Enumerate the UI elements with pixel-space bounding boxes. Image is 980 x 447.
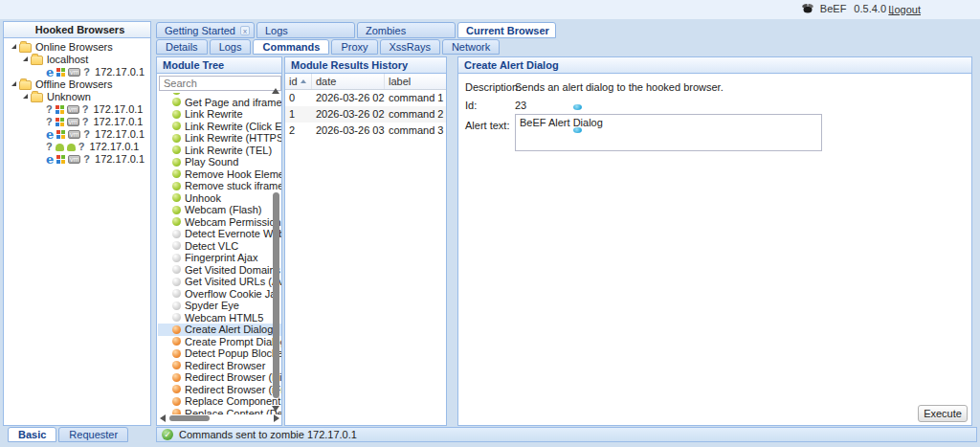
horizontal-scrollbar[interactable] [169,415,210,421]
vm-icon: vm [68,130,80,139]
module-item[interactable]: Webcam (Flash) [158,204,281,216]
scroll-up-icon[interactable] [272,88,279,94]
beef-logo-icon [801,3,814,14]
module-item[interactable]: Get Visited Domains [158,264,281,277]
hooked-browsers-panel: Hooked Browsers Online Browserslocalhost… [3,21,151,426]
windows-icon [56,118,64,126]
subtab-xssrays[interactable]: XssRays [380,39,440,55]
module-item[interactable]: Redirect Browser (iFrame [158,384,281,396]
tree-folder-row[interactable]: localhost [4,54,150,66]
table-row[interactable]: 22026-03-26 03:24command 3 [285,123,446,139]
browser-ip: 172.17.0.1 [89,141,139,153]
module-item[interactable]: Webcam HTML5 [158,312,281,324]
tab-getting-started[interactable]: Getting Started x [156,22,255,38]
module-item[interactable]: Webcam Permission Che [158,216,281,229]
column-header-label[interactable]: label [385,74,446,89]
tab-logs[interactable]: Logs [256,22,355,38]
tab-requester[interactable]: Requester [58,427,128,442]
module-item-label: Get Page and iframe HTM [185,97,281,109]
tree-folder-row[interactable]: Offline Browsers [4,78,150,91]
tab-zombies[interactable]: Zombies [357,22,456,38]
module-status-gray-icon [172,254,181,262]
expander-icon[interactable] [11,44,16,49]
module-item[interactable]: Link Rewrite (HTTPS) [158,132,281,145]
column-label: date [316,74,336,89]
tree-browser-row[interactable]: evm?172.17.0.1 [4,153,150,166]
module-item[interactable]: Fingerprint Ajax [158,252,281,264]
column-label: label [389,74,411,89]
module-item[interactable]: Detect Evernote Web Clip [158,228,281,240]
module-item[interactable]: Detect Popup Blocker [158,347,281,360]
table-row[interactable]: 12026-03-26 02:54command 2 [285,106,446,123]
table-cell: 2026-03-26 02:51 [312,90,385,106]
table-row[interactable]: 02026-03-26 02:51command 1 [285,90,446,106]
module-item[interactable]: Unhook [158,192,281,205]
expander-icon[interactable] [11,81,16,86]
module-item[interactable]: Link Rewrite (TEL) [158,145,281,157]
subtab-commands[interactable]: Commands [253,39,329,55]
module-item[interactable]: Create Alert Dialog [158,324,281,336]
tree-browser-row[interactable]: evm?172.17.0.1 [4,66,150,78]
scroll-down-icon[interactable] [272,406,279,412]
tab-label: Logs [265,25,288,36]
logout-link[interactable]: Logout [888,4,921,15]
subtab-details[interactable]: Details [156,39,208,55]
module-item[interactable]: Link Rewrite [158,108,281,121]
subtab-proxy[interactable]: Proxy [331,39,377,55]
tree-browser-row[interactable]: ??172.17.0.1 [4,141,150,153]
scroll-left-icon[interactable] [160,414,166,422]
module-item[interactable]: Redirect Browser (Rickrol [158,371,281,384]
module-item[interactable]: Remove stuck iframe [158,180,281,192]
module-item-label: Create Prompt Dialog [185,336,281,348]
module-item[interactable]: Spyder Eye [158,300,281,312]
tab-label: Current Browser [466,25,549,36]
module-status-gray-icon [172,241,181,250]
module-item[interactable]: Create Prompt Dialog [158,336,281,348]
selection-handle-bottom-icon[interactable] [573,127,582,133]
subtab-logs[interactable]: Logs [210,39,252,55]
module-status-orange-icon [172,337,181,346]
module-status-orange-icon [172,349,181,358]
subtab-network[interactable]: Network [442,39,500,55]
module-item[interactable]: Overflow Cookie Jar [158,288,281,301]
tab-label: Zombies [366,25,406,36]
tree-browser-row[interactable]: ?vm?172.17.0.1 [4,116,150,128]
selection-handle-top-icon[interactable] [573,104,582,110]
alert-text-input[interactable] [515,114,822,151]
expander-icon[interactable] [23,94,28,99]
vertical-scrollbar[interactable] [273,192,279,398]
table-cell: command 1 [385,90,446,106]
module-item[interactable]: Get Page and iframe HTM [158,97,281,109]
module-item[interactable]: Redirect Browser [158,360,281,372]
question-icon: ? [83,128,90,141]
module-item[interactable]: Detect VLC [158,240,281,253]
module-item[interactable]: Link Rewrite (Click Events [158,121,281,133]
tab-current-browser[interactable]: Current Browser [457,22,556,38]
tree-folder-row[interactable]: Online Browsers [4,41,150,54]
tab-basic[interactable]: Basic [8,427,56,442]
status-bar: ✓ Commands sent to zombie 172.17.0.1 [156,427,977,442]
column-header-date[interactable]: date [312,74,385,89]
tree-folder-row[interactable]: Unknown [4,91,150,103]
module-item[interactable]: Remove Hook Element [158,168,281,181]
execute-button[interactable]: Execute [918,405,968,422]
question-icon: ? [83,153,90,166]
tree-browser-row[interactable]: ?vm?172.17.0.1 [4,103,150,116]
windows-icon [56,68,65,77]
module-item-label: Redirect Browser (Rickrol [185,371,281,384]
table-cell: 2 [285,123,312,139]
module-item[interactable]: Replace Component (Def [158,395,281,408]
module-status-orange-icon [172,397,181,406]
close-icon[interactable]: x [240,26,250,35]
results-grid-body: 02026-03-26 02:51command 112026-03-26 02… [285,90,446,139]
column-header-id[interactable]: id [285,74,312,89]
module-item[interactable]: Play Sound [158,156,281,168]
expander-icon[interactable] [23,56,28,61]
tree-browser-row[interactable]: evm?172.17.0.1 [4,128,150,141]
module-item[interactable]: Get Visited URLs (Avant E [158,276,281,288]
id-label: Id: [465,100,477,111]
scroll-right-icon[interactable] [274,414,279,422]
module-status-gray-icon [172,278,181,286]
table-cell: 0 [285,90,312,106]
module-search-input[interactable] [159,76,281,91]
